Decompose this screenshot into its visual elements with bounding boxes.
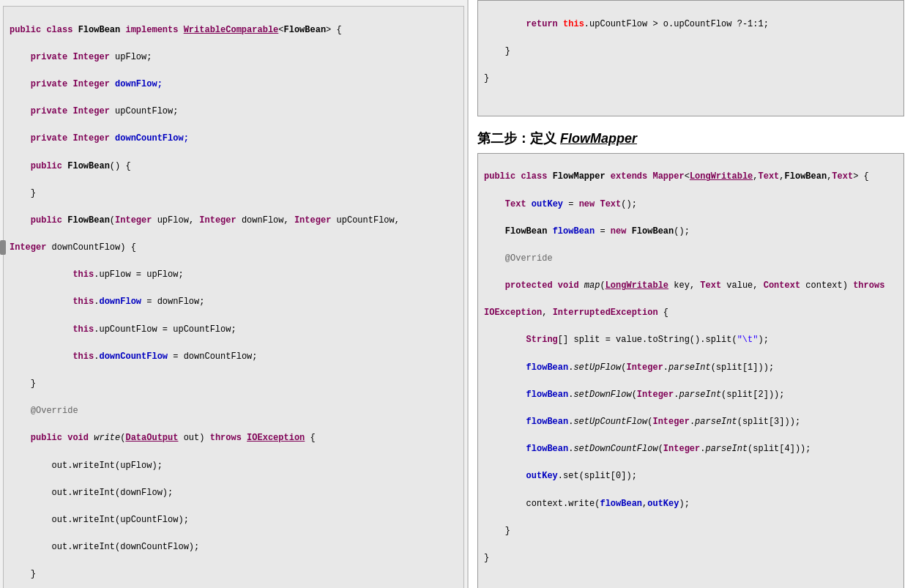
step2-code-block: public class FlowMapper extends Mapper<L…: [477, 153, 904, 588]
top-code-block: return this.upCountFlow > o.upCountFlow …: [477, 0, 904, 116]
scroll-indicator[interactable]: [0, 240, 6, 255]
step2-title: 第二步：定义 FlowMapper: [477, 130, 904, 147]
right-panel: return this.upCountFlow > o.upCountFlow …: [469, 0, 913, 588]
left-panel: public class FlowBean implements Writabl…: [0, 0, 469, 588]
left-code-block: public class FlowBean implements Writabl…: [3, 6, 464, 588]
